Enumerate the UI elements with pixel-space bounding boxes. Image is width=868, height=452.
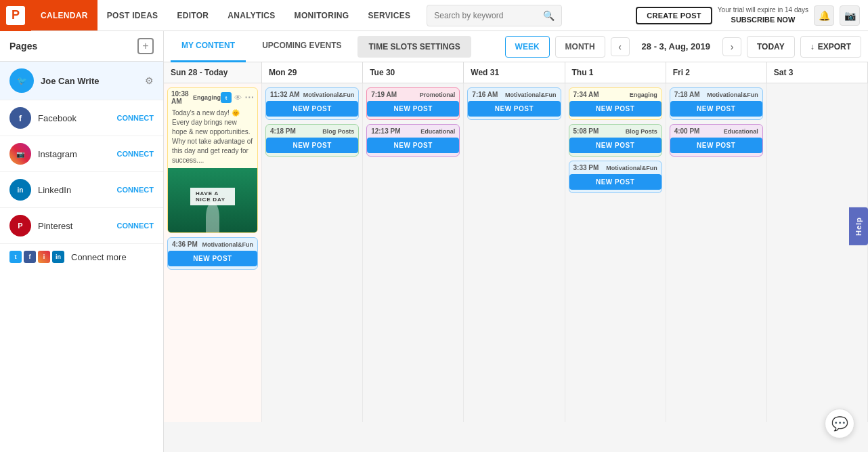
logo[interactable]: P — [0, 0, 31, 31]
nav-monitoring[interactable]: MONITORING — [285, 0, 359, 30]
search-box[interactable]: 🔍 — [427, 5, 562, 26]
settings-icon[interactable]: ⚙ — [145, 75, 154, 86]
new-post-button[interactable]: NEW POST — [670, 101, 762, 117]
post-card[interactable]: 11:32 AM Motivational&Fun NEW POST — [265, 87, 359, 120]
view-week-button[interactable]: WEEK — [505, 36, 550, 58]
nav-services[interactable]: SERVICES — [358, 0, 420, 30]
facebook-connect-button[interactable]: CONNECT — [117, 114, 154, 122]
calendar-area: MY CONTENT UPCOMING EVENTS TIME SLOTS SE… — [164, 31, 868, 452]
search-input[interactable] — [434, 11, 540, 20]
sidebar-title: Pages — [9, 41, 37, 52]
post-type: Educational — [724, 128, 758, 135]
post-card[interactable]: 7:19 AM Promotional NEW POST — [366, 87, 460, 120]
col-saturday — [767, 83, 868, 422]
post-card[interactable]: 7:18 AM Motivational&Fun NEW POST — [670, 87, 763, 120]
linkedin-avatar: in — [9, 179, 31, 201]
notifications-button[interactable]: 🔔 — [814, 5, 834, 26]
new-post-button[interactable]: NEW POST — [168, 251, 257, 266]
new-post-button[interactable]: NEW POST — [569, 101, 661, 117]
col-wednesday: 7:16 AM Motivational&Fun NEW POST — [464, 83, 565, 422]
post-type: Motivational&Fun — [202, 241, 254, 248]
post-time: 7:19 AM — [371, 91, 397, 98]
add-page-button[interactable]: + — [137, 38, 154, 54]
post-card[interactable]: 7:16 AM Motivational&Fun NEW POST — [467, 87, 561, 120]
sidebar-header: Pages + — [0, 31, 163, 62]
post-time: 10:38 AM — [171, 90, 193, 105]
export-button[interactable]: ↓ EXPORT — [800, 36, 861, 58]
post-card[interactable]: 4:36 PM Motivational&Fun NEW POST — [167, 237, 258, 270]
post-card[interactable]: 3:33 PM Motivational&Fun NEW POST — [569, 161, 662, 193]
prev-week-button[interactable]: ‹ — [611, 37, 630, 56]
more-icon[interactable]: ⋯ — [244, 92, 254, 103]
nav-editor[interactable]: EDITOR — [167, 0, 218, 30]
post-card[interactable]: 4:00 PM Educational NEW POST — [670, 124, 763, 157]
nav-analytics[interactable]: ANALYTICS — [218, 0, 284, 30]
new-post-button[interactable]: NEW POST — [569, 174, 661, 190]
connect-more-label: Connect more — [71, 252, 154, 262]
new-post-button[interactable]: NEW POST — [266, 101, 358, 117]
tab-upcoming-events[interactable]: UPCOMING EVENTS — [251, 31, 352, 62]
new-post-button[interactable]: NEW POST — [468, 101, 560, 117]
col-friday: 7:18 AM Motivational&Fun NEW POST 4:00 P… — [666, 83, 767, 422]
day-header-mon: Mon 29 — [262, 62, 363, 83]
help-button[interactable]: Help — [849, 207, 868, 245]
top-nav: P CALENDAR POST IDEAS EDITOR ANALYTICS M… — [0, 0, 868, 31]
camera-button[interactable]: 📷 — [840, 5, 860, 26]
post-time: 4:36 PM — [172, 241, 198, 248]
instagram-label: Instagram — [38, 149, 117, 159]
post-card[interactable]: 12:13 PM Educational NEW POST — [366, 124, 460, 157]
connect-more-icons: t f i in — [9, 251, 64, 263]
logo-letter: P — [6, 6, 25, 25]
facebook-label: Facebook — [38, 113, 117, 123]
sidebar-item-pinterest[interactable]: P Pinterest CONNECT — [0, 208, 163, 244]
new-post-button[interactable]: NEW POST — [670, 138, 762, 153]
post-card[interactable]: 5:08 PM Blog Posts NEW POST — [569, 124, 662, 157]
linkedin-connect-button[interactable]: CONNECT — [117, 186, 154, 194]
post-card[interactable]: 7:34 AM Engaging NEW POST — [569, 87, 662, 120]
today-button[interactable]: TODAY — [747, 36, 795, 58]
post-card[interactable]: 10:38 AM Engaging t 👁 ⋯ Today's a new da… — [167, 87, 258, 233]
day-header-tue: Tue 30 — [363, 62, 464, 83]
col-tuesday: 7:19 AM Promotional NEW POST 12:13 PM Ed… — [363, 83, 464, 422]
instagram-connect-button[interactable]: CONNECT — [117, 150, 154, 158]
instagram-avatar: 📷 — [9, 143, 31, 165]
pinterest-connect-button[interactable]: CONNECT — [117, 222, 154, 230]
tab-time-slots[interactable]: TIME SLOTS SETTINGS — [357, 36, 471, 58]
nav-items: CALENDAR POST IDEAS EDITOR ANALYTICS MON… — [31, 0, 420, 30]
subscribe-link[interactable]: SUBSCRIBE NOW — [718, 15, 808, 25]
new-post-button[interactable]: NEW POST — [367, 138, 459, 153]
eye-icon[interactable]: 👁 — [234, 94, 242, 102]
chat-button[interactable]: 💬 — [825, 409, 854, 438]
create-post-button[interactable]: CREATE POST — [636, 7, 712, 24]
download-icon: ↓ — [810, 42, 815, 52]
next-week-button[interactable]: › — [722, 37, 741, 56]
day-header-fri: Fri 2 — [666, 62, 767, 83]
calendar-body: 10:38 AM Engaging t 👁 ⋯ Today's a new da… — [164, 83, 868, 452]
sidebar-item-instagram[interactable]: 📷 Instagram CONNECT — [0, 136, 163, 172]
sidebar-connect-more[interactable]: t f i in Connect more — [0, 244, 163, 270]
post-type: Engaging — [193, 94, 221, 101]
view-month-button[interactable]: MONTH — [555, 36, 605, 58]
mini-instagram-icon: i — [38, 251, 50, 263]
post-time: 12:13 PM — [371, 127, 400, 135]
new-post-button[interactable]: NEW POST — [569, 138, 661, 153]
nav-calendar[interactable]: CALENDAR — [31, 0, 97, 30]
tab-my-content[interactable]: MY CONTENT — [171, 31, 246, 62]
pinterest-label: Pinterest — [38, 221, 117, 231]
calendar-toolbar: MY CONTENT UPCOMING EVENTS TIME SLOTS SE… — [164, 31, 868, 62]
camera-icon: 📷 — [844, 10, 856, 21]
account-joe-can-write[interactable]: 🐦 Joe Can Write ⚙ — [0, 62, 163, 100]
new-post-button[interactable]: NEW POST — [367, 101, 459, 117]
post-image: HAVE A NICE DAY — [168, 168, 257, 232]
sidebar-item-facebook[interactable]: f Facebook CONNECT — [0, 100, 163, 136]
mini-facebook-icon: f — [24, 251, 36, 263]
post-card[interactable]: 4:18 PM Blog Posts NEW POST — [265, 124, 359, 157]
mini-twitter-icon: t — [9, 251, 22, 263]
trial-info: Your trial will expire in 14 days SUBSCR… — [718, 5, 808, 25]
sidebar-item-linkedin[interactable]: in LinkedIn CONNECT — [0, 172, 163, 208]
post-type: Motivational&Fun — [707, 91, 758, 98]
post-time: 7:18 AM — [674, 91, 700, 98]
new-post-button[interactable]: NEW POST — [266, 138, 358, 153]
nav-post-ideas[interactable]: POST IDEAS — [97, 0, 168, 30]
pinterest-avatar: P — [9, 215, 31, 237]
